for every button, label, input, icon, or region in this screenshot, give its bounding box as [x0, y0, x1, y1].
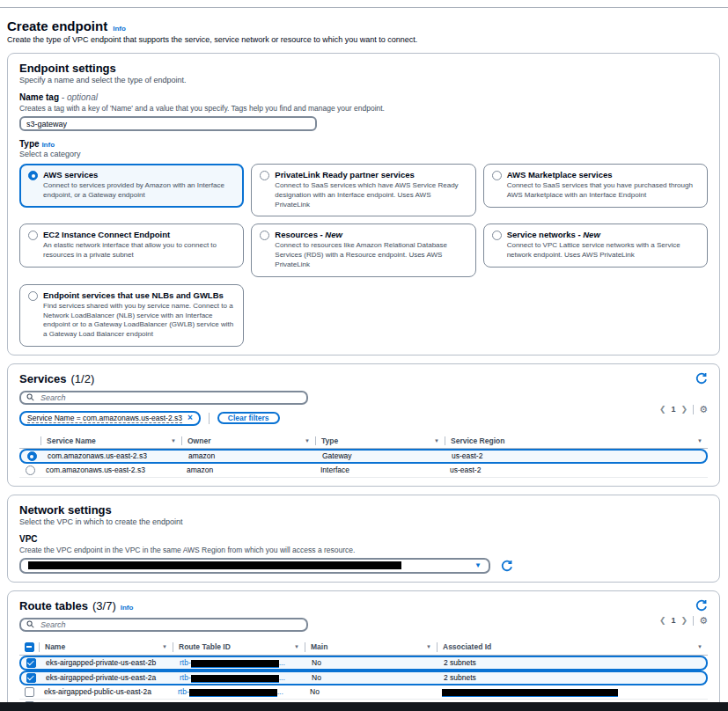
route-tables-count: (3/7): [92, 599, 116, 612]
type-card-desc: Connect to SaaS services which have AWS …: [275, 181, 467, 209]
type-card-grid: AWS services Connect to services provide…: [19, 164, 708, 347]
cell-service-region: us-east-2: [445, 465, 708, 474]
services-filter-row: Service Name = com.amazonaws.us-east-2.s…: [19, 411, 708, 426]
services-search[interactable]: [19, 391, 308, 405]
route-tables-section: Route tables (3/7) Info ❮︎ 1 ❯︎ ⚙ Name▼ …: [7, 590, 720, 711]
radio-icon[interactable]: [260, 171, 269, 180]
type-card-title: PrivateLink Ready partner services: [275, 170, 467, 180]
radio-icon[interactable]: [28, 231, 38, 240]
name-tag-description: Creates a tag with a key of 'Name' and a…: [19, 104, 708, 113]
network-settings-heading: Network settings: [19, 503, 708, 517]
cell-owner: amazon: [183, 451, 317, 460]
route-tables-search-input[interactable]: [39, 619, 301, 630]
name-tag-input[interactable]: [19, 116, 317, 131]
type-subheading: Select a category: [19, 150, 708, 158]
redacted-value: [191, 675, 279, 683]
current-page[interactable]: 1: [672, 405, 676, 414]
cell-associated-id: [437, 687, 708, 696]
page-content: Create endpoint Info Create the type of …: [0, 8, 728, 711]
redacted-value: [189, 689, 277, 697]
service-row-interface[interactable]: com.amazonaws.us-east-2.s3 amazon Interf…: [19, 464, 708, 478]
sort-icon: ▼: [426, 644, 431, 649]
current-page[interactable]: 1: [672, 616, 676, 625]
header-name[interactable]: Name▼: [39, 642, 173, 652]
header-route-table-id[interactable]: Route Table ID▼: [173, 642, 305, 652]
header-associated-id[interactable]: Associated Id▼: [437, 642, 708, 652]
vpc-label: VPC: [19, 534, 708, 544]
route-tables-search[interactable]: [19, 618, 308, 632]
route-tables-info-link[interactable]: Info: [121, 604, 134, 612]
cell-route-table-id: rtb-...: [174, 673, 306, 682]
cell-route-table-id: rtb-...: [173, 687, 305, 696]
radio-selected-icon[interactable]: [28, 171, 38, 180]
search-icon: [26, 620, 34, 628]
sort-icon: ▼: [305, 438, 310, 443]
cell-associated-id: 2 subnets: [438, 658, 706, 667]
radio-icon[interactable]: [26, 465, 35, 475]
prev-page-button[interactable]: ❮︎: [659, 616, 666, 625]
vpc-description: Create the VPC endpoint in the VPC in th…: [19, 546, 708, 554]
redacted-value: [442, 689, 618, 697]
services-refresh-button[interactable]: [695, 372, 708, 385]
cell-associated-id: 2 subnets: [438, 673, 706, 682]
type-card-marketplace[interactable]: AWS Marketplace services Connect to SaaS…: [483, 164, 708, 208]
new-badge: - New: [577, 230, 599, 239]
cell-main: No: [306, 673, 438, 682]
select-all-checkbox[interactable]: [25, 642, 34, 652]
header-main[interactable]: Main▼: [305, 642, 437, 652]
radio-icon[interactable]: [260, 231, 269, 240]
gear-icon[interactable]: ⚙: [699, 616, 708, 626]
radio-icon[interactable]: [28, 291, 38, 301]
services-table-header: Service Name▼ Owner▼ Type▼ Service Regio…: [19, 433, 708, 449]
remove-filter-icon[interactable]: ×: [188, 414, 193, 422]
prev-page-button[interactable]: ❮︎: [659, 405, 666, 414]
row-checkbox[interactable]: [26, 658, 36, 668]
route-tables-refresh-button[interactable]: [695, 599, 708, 612]
type-card-desc: Find services shared with you by service…: [43, 302, 235, 340]
row-checkbox[interactable]: [25, 687, 34, 697]
cell-service-name: com.amazonaws.us-east-2.s3: [40, 465, 181, 474]
cell-owner: amazon: [181, 465, 315, 474]
header-type[interactable]: Type▼: [315, 436, 445, 445]
type-card-title: Resources - New: [275, 230, 467, 239]
radio-icon[interactable]: [492, 231, 502, 240]
redacted-vpc-value: [28, 561, 401, 569]
type-card-resources[interactable]: Resources - New Connect to resources lik…: [251, 224, 475, 276]
type-card-ec2-instance-connect[interactable]: EC2 Instance Connect Endpoint An elastic…: [19, 224, 244, 268]
type-card-title: AWS Marketplace services: [507, 170, 699, 180]
route-table-row[interactable]: eks-airgapped-private-us-east-2b rtb-...…: [19, 656, 708, 671]
new-badge: - New: [320, 230, 342, 239]
type-card-service-networks[interactable]: Service networks - New Connect to VPC La…: [483, 224, 708, 268]
header-service-name[interactable]: Service Name▼: [40, 436, 181, 445]
header-service-region[interactable]: Service Region▼: [445, 436, 708, 445]
row-checkbox[interactable]: [26, 673, 36, 683]
sort-icon: ▼: [171, 438, 176, 443]
vpc-refresh-button[interactable]: [501, 560, 513, 572]
type-card-aws-services[interactable]: AWS services Connect to services provide…: [19, 164, 244, 208]
type-card-title: AWS services: [43, 170, 235, 180]
name-tag-label: Name tag - optional: [19, 92, 708, 102]
service-row-gateway[interactable]: com.amazonaws.us-east-2.s3 amazon Gatewa…: [19, 449, 708, 464]
cell-type: Interface: [315, 465, 445, 474]
vpc-select[interactable]: ▼: [19, 558, 490, 574]
header-owner[interactable]: Owner▼: [181, 436, 315, 445]
route-table-row[interactable]: eks-airgapped-private-us-east-2a rtb-...…: [19, 671, 708, 685]
radio-selected-icon[interactable]: [27, 451, 37, 461]
radio-icon[interactable]: [492, 171, 502, 180]
type-card-nlb-gwlb[interactable]: Endpoint services that use NLBs and GWLB…: [19, 284, 244, 347]
page-info-link[interactable]: Info: [113, 25, 126, 33]
type-card-privatelink-partner[interactable]: PrivateLink Ready partner services Conne…: [251, 164, 475, 216]
route-table-row[interactable]: eks-airgapped-public-us-east-2a rtb-... …: [19, 685, 708, 700]
route-tables-pagination: ❮︎ 1 ❯︎ ⚙: [659, 616, 708, 626]
type-info-link[interactable]: Info: [41, 141, 55, 149]
gear-icon[interactable]: ⚙: [699, 405, 708, 414]
refresh-icon: [501, 560, 513, 572]
next-page-button[interactable]: ❯︎: [681, 405, 688, 414]
next-page-button[interactable]: ❯︎: [681, 616, 688, 625]
sort-icon: ▼: [162, 644, 167, 649]
cell-name: eks-airgapped-private-us-east-2a: [40, 673, 174, 682]
type-card-title: EC2 Instance Connect Endpoint: [43, 230, 235, 239]
clear-filters-button[interactable]: Clear filters: [217, 412, 280, 424]
services-count: (1/2): [71, 372, 95, 385]
services-search-input[interactable]: [39, 392, 301, 403]
